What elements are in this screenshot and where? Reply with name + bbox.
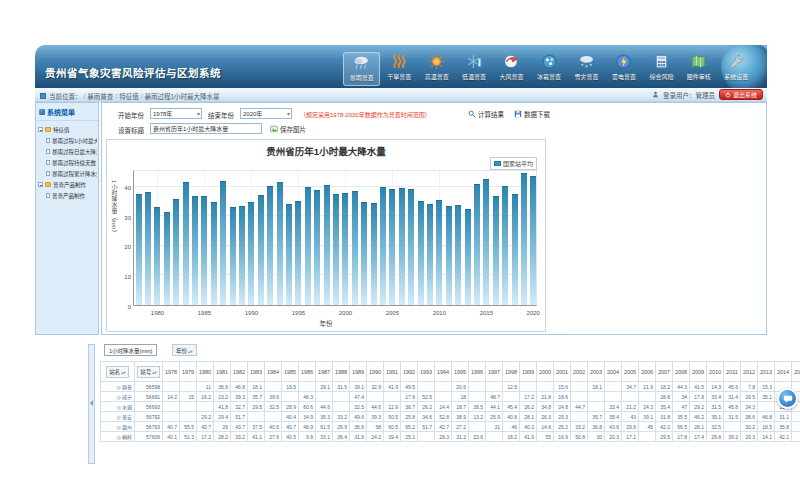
value-cell: 35.7 [588,412,605,422]
tree-expand-icon[interactable] [38,127,43,132]
breadcrumb-separator: / [115,93,117,100]
value-cell: 46.8 [231,382,248,392]
tree-item[interactable]: 暴雨过程持续天数 [38,157,97,168]
breadcrumb-item[interactable]: 暴雨普查 [87,93,113,100]
value-cell [622,392,639,402]
nav-item-drought[interactable]: 干旱普查 [380,52,417,86]
station-radio-icon[interactable]: ◎ [117,414,121,420]
value-cell: 55.5 [180,422,197,432]
value-cell: 43 [622,412,639,422]
nav-item-settings[interactable]: 系统设置 [718,52,755,86]
nav-item-hail[interactable]: 冰雹普查 [530,52,567,86]
tree-item[interactable]: 暴雨过程日最大降水量 [38,146,97,157]
sidebar: 系统菜单 特征值暴雨过程1小时最大降水量暴雨过程日最大降水量暴雨过程持续天数暴雨… [35,102,99,335]
document-icon [46,149,50,154]
save-image-button[interactable]: 保存图片 [270,124,306,134]
rainstorm-icon [353,54,370,71]
station-radio-icon[interactable]: ◎ [117,404,121,410]
value-cell: 40.5 [282,432,299,442]
station-name-sort[interactable]: 站名▴▾ [106,366,129,378]
bar [173,199,179,305]
nav-item-wind[interactable]: 大风普查 [493,52,530,86]
user-area: 登录用户：管理员 退出系统 [652,89,763,100]
nav-item-lightning[interactable]: 雷电普查 [605,52,642,86]
nav-item-risk[interactable]: 综合风险 [643,52,680,86]
value-cell: 19.5 [282,382,299,392]
x-tick-label: 1995 [285,310,311,316]
value-cell: 42.1 [775,432,792,442]
value-cell: 39.3 [367,412,384,422]
breadcrumb-separator: / [141,93,143,100]
page: 贵州省气象灾害风险评估与区划系统 暴雨普查干旱普查高温普查低温普查大风普查冰雹普… [0,0,800,500]
drought-icon [391,53,408,70]
nav-item-map-audit[interactable]: 图件审核 [680,52,717,86]
value-cell: 44.6 [367,402,384,412]
collapse-handle[interactable] [88,344,95,464]
year-column-header: 1982 [231,362,248,382]
bar [201,196,207,305]
station-name-cell[interactable]: ◎水城 [101,402,135,412]
nav-item-snow[interactable]: 雪灾普查 [568,52,605,86]
nav-item-high-temp[interactable]: 高温普查 [418,52,455,86]
y-tick-label: 20 [114,244,131,251]
tree-item[interactable]: 暴雨过程1小时最大降水量 [38,135,97,146]
nav-item-low-temp[interactable]: 低温普查 [455,52,492,86]
year-sort-field[interactable]: 年份▴▾ [172,344,197,356]
value-cell: 44.3 [673,382,690,392]
station-name-cell[interactable]: ◎威宁 [101,392,135,402]
station-name-cell[interactable]: ◎普安 [101,412,135,422]
value-cell [588,402,605,412]
value-cell: 17.8 [690,392,707,402]
logout-button[interactable]: 退出系统 [719,89,763,100]
value-cell: 35.4 [605,412,622,422]
value-cell [724,422,741,432]
nav-item-rainstorm[interactable]: 暴雨普查 [343,52,380,86]
breadcrumb-item[interactable]: 特征值 [119,93,139,100]
chart-title-input[interactable]: 贵州省历年1小时最大降水量 [150,123,262,134]
breadcrumb-item[interactable]: 暴雨过程1小时最大降水量 [144,93,219,100]
value-cell: 9.8 [299,432,316,442]
value-cell: 36.6 [214,382,231,392]
calc-result-button[interactable]: 计算结果 [468,109,504,119]
station-name-cell[interactable]: ◎盘州 [101,422,135,432]
value-cell: 52.5 [418,392,435,402]
station-radio-icon[interactable]: ◎ [117,424,121,430]
value-cell: 29.2 [197,412,214,422]
nav-item-label: 冰雹普查 [537,72,561,81]
table-row: ◎盘州5679340.755.542.72643.737.540.540.748… [101,422,800,432]
float-button[interactable] [777,388,798,409]
tree-group[interactable]: 特征值 [38,124,97,135]
value-cell: 39.3 [231,392,248,402]
value-cell: 29.5 [656,432,673,442]
value-cell: 43.6 [605,422,622,432]
value-cell: 18.7 [452,402,469,412]
sort-arrows-icon: ▴▾ [121,370,126,375]
folder-icon [45,127,51,132]
tree-group[interactable]: 普查产品制作 [38,179,97,190]
start-year-select[interactable]: 1978年▾ [150,108,202,119]
end-year-select[interactable]: 2020年▾ [240,108,292,119]
station-radio-icon[interactable]: ◎ [117,434,121,440]
data-download-button[interactable]: 数据下载 [514,109,550,119]
sidebar-title-label: 系统菜单 [47,107,75,117]
value-cell: 38.5 [469,402,486,412]
location-icon [40,93,46,99]
station-radio-icon[interactable]: ◎ [117,384,121,390]
station-name-cell[interactable]: ◎桐梓 [101,432,135,442]
measure-field[interactable]: 1小时降水量(mm) [104,344,157,356]
tree-item[interactable]: 普查产品制作 [38,190,97,201]
value-cell: 31.5 [724,412,741,422]
wind-icon [503,53,520,70]
nav-item-label: 雷电普查 [612,72,636,81]
station-name-cell[interactable]: ◎赫章 [101,382,135,392]
station-radio-icon[interactable]: ◎ [117,394,121,400]
bar [136,194,142,305]
tree-item[interactable]: 暴雨过程累计降水量 [38,168,97,179]
chart-legend[interactable]: 国家站平均 [490,157,537,170]
value-cell: 40.5 [265,422,282,432]
tree-expand-icon[interactable] [38,182,43,187]
year-column-header: 1987 [316,362,333,382]
year-column-header: 2004 [605,362,622,382]
station-id-sort[interactable]: 站号▴▾ [137,366,160,378]
year-column-header: 1979 [180,362,197,382]
